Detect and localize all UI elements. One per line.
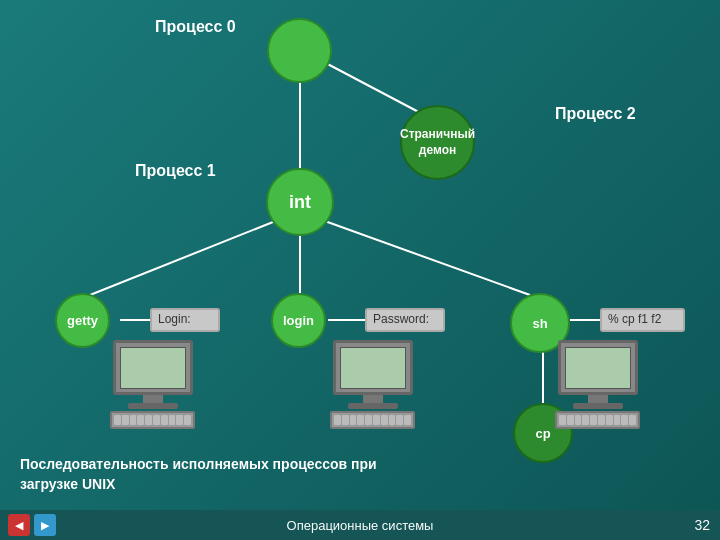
computer-2 <box>330 340 415 429</box>
keys-2 <box>332 413 413 427</box>
getty-label: getty <box>67 313 98 328</box>
login-terminal: Login: <box>150 308 220 332</box>
key <box>567 415 574 425</box>
svg-line-4 <box>320 60 430 118</box>
process2-label: Процесс 2 <box>555 105 636 123</box>
key <box>373 415 380 425</box>
key <box>559 415 566 425</box>
base-2 <box>348 403 398 409</box>
process0-label: Процесс 0 <box>155 18 236 36</box>
password-terminal: Password: <box>365 308 445 332</box>
int-label: int <box>289 192 311 213</box>
key <box>614 415 621 425</box>
key <box>629 415 636 425</box>
command-terminal: % cp f1 f2 <box>600 308 685 332</box>
getty-circle: getty <box>55 293 110 348</box>
key <box>357 415 364 425</box>
key <box>404 415 411 425</box>
nav-next-button[interactable]: ▶ <box>34 514 56 536</box>
computer-1 <box>110 340 195 429</box>
key <box>381 415 388 425</box>
process1-label: Процесс 1 <box>135 162 216 180</box>
key <box>621 415 628 425</box>
root-circle <box>267 18 332 83</box>
stand-3 <box>588 395 608 403</box>
key <box>342 415 349 425</box>
key <box>365 415 372 425</box>
svg-line-1 <box>90 220 278 295</box>
keys-3 <box>557 413 638 427</box>
key <box>169 415 176 425</box>
monitor-3 <box>558 340 638 395</box>
screen-3 <box>565 347 631 389</box>
key <box>161 415 168 425</box>
key <box>598 415 605 425</box>
password-prompt-text: Password: <box>373 312 429 326</box>
key <box>575 415 582 425</box>
key <box>590 415 597 425</box>
key <box>184 415 191 425</box>
key <box>582 415 589 425</box>
keys-1 <box>112 413 193 427</box>
keyboard-3 <box>555 411 640 429</box>
int-circle: int <box>266 168 334 236</box>
key <box>122 415 129 425</box>
sh-label: sh <box>532 316 547 331</box>
key <box>114 415 121 425</box>
login-circle: login <box>271 293 326 348</box>
key <box>137 415 144 425</box>
footer-text: Операционные системы <box>287 518 434 533</box>
keyboard-2 <box>330 411 415 429</box>
key <box>396 415 403 425</box>
nav-next-icon: ▶ <box>41 519 49 532</box>
keyboard-1 <box>110 411 195 429</box>
nav-prev-button[interactable]: ◀ <box>8 514 30 536</box>
page-daemon-label: Страничный демон <box>400 127 475 158</box>
key <box>153 415 160 425</box>
computer-3 <box>555 340 640 429</box>
page-daemon-circle: Страничный демон <box>400 105 475 180</box>
login-prompt-text: Login: <box>158 312 191 326</box>
monitor-1 <box>113 340 193 395</box>
cp-label: cp <box>535 426 550 441</box>
page-number: 32 <box>694 517 710 533</box>
key <box>130 415 137 425</box>
stand-1 <box>143 395 163 403</box>
command-prompt-text: % cp f1 f2 <box>608 312 661 326</box>
key <box>145 415 152 425</box>
bottom-bar: Операционные системы <box>0 510 720 540</box>
screen-1 <box>120 347 186 389</box>
slide: Процесс 0 Процесс 1 Процесс 2 Страничный… <box>0 0 720 540</box>
nav-prev-icon: ◀ <box>15 519 23 532</box>
base-3 <box>573 403 623 409</box>
key <box>606 415 613 425</box>
base-1 <box>128 403 178 409</box>
key <box>334 415 341 425</box>
login-label: login <box>283 313 314 328</box>
stand-2 <box>363 395 383 403</box>
monitor-2 <box>333 340 413 395</box>
key <box>389 415 396 425</box>
screen-2 <box>340 347 406 389</box>
svg-line-3 <box>322 220 530 295</box>
key <box>350 415 357 425</box>
key <box>176 415 183 425</box>
description-text: Последовательность исполняемых процессов… <box>20 455 380 494</box>
